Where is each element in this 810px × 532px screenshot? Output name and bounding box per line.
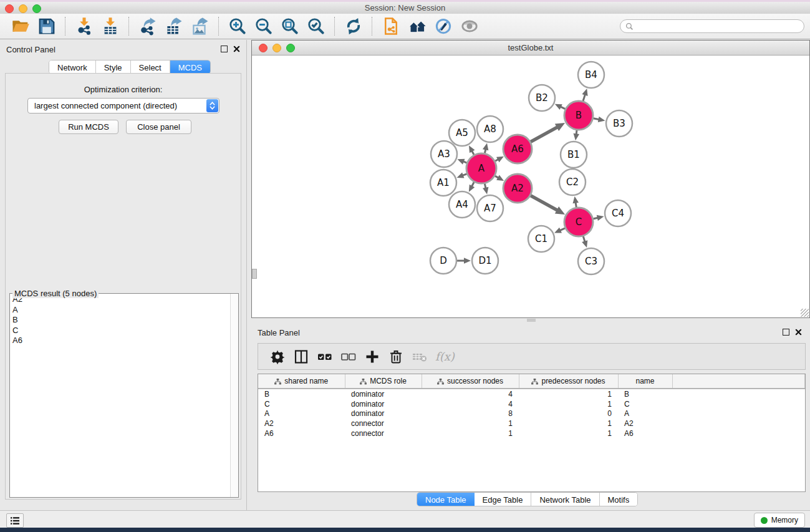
mcds-tab-content: Optimization criterion: largest connecte… bbox=[5, 73, 241, 500]
float-panel-icon[interactable] bbox=[221, 46, 228, 52]
column-header-predecessor-nodes[interactable]: predecessor nodes bbox=[519, 374, 618, 389]
node-label-A6: A6 bbox=[511, 143, 524, 155]
import-network-icon[interactable] bbox=[74, 16, 94, 36]
edge-A6-B[interactable] bbox=[531, 127, 558, 142]
close-panel-icon[interactable] bbox=[233, 46, 240, 52]
add-row-icon[interactable] bbox=[363, 347, 382, 366]
node-label-B: B bbox=[576, 110, 582, 121]
unselect-all-checkboxes-icon[interactable] bbox=[339, 347, 358, 366]
session-title: Session: New Session bbox=[0, 3, 810, 12]
tab-edge-table[interactable]: Edge Table bbox=[475, 493, 532, 506]
memory-label: Memory bbox=[771, 516, 798, 525]
node-label-A7: A7 bbox=[484, 203, 496, 214]
delete-table-icon[interactable] bbox=[410, 347, 429, 366]
dropdown-stepper-icon bbox=[206, 99, 218, 112]
node-table[interactable]: shared nameMCDS rolesuccessor nodesprede… bbox=[258, 374, 806, 492]
column-header-successor-nodes[interactable]: successor nodes bbox=[422, 374, 519, 389]
result-list-item[interactable]: A bbox=[12, 305, 231, 316]
search-field[interactable] bbox=[620, 19, 804, 33]
tab-mcds[interactable]: MCDS bbox=[170, 60, 210, 74]
column-header-MCDS-role[interactable]: MCDS role bbox=[345, 374, 422, 389]
toolbar-separator bbox=[334, 17, 335, 36]
toolbar-separator bbox=[218, 17, 219, 36]
open-network-file-icon[interactable] bbox=[381, 16, 401, 36]
node-label-A8: A8 bbox=[484, 123, 496, 135]
tab-node-table[interactable]: Node Table bbox=[417, 493, 475, 506]
node-label-A4: A4 bbox=[456, 199, 468, 210]
tab-network[interactable]: Network bbox=[49, 60, 96, 74]
result-scrollbar[interactable] bbox=[230, 294, 238, 497]
run-mcds-button[interactable]: Run MCDS bbox=[59, 120, 118, 134]
zoom-out-icon[interactable] bbox=[254, 16, 274, 36]
show-columns-icon[interactable] bbox=[292, 347, 311, 366]
function-builder-icon[interactable]: f(x) bbox=[435, 350, 455, 363]
result-list-item[interactable]: C bbox=[12, 326, 231, 336]
node-label-B3: B3 bbox=[613, 118, 625, 129]
vertical-scrollbar-thumb[interactable] bbox=[252, 269, 257, 279]
tab-motifs[interactable]: Motifs bbox=[600, 493, 638, 506]
refresh-icon[interactable] bbox=[344, 16, 364, 36]
main-toolbar bbox=[0, 14, 810, 39]
node-label-D1: D1 bbox=[478, 255, 491, 266]
show-graphics-details-icon[interactable] bbox=[460, 16, 480, 36]
tab-select[interactable]: Select bbox=[131, 60, 170, 74]
toolbar-separator bbox=[65, 17, 66, 36]
column-settings-gear-icon[interactable] bbox=[268, 347, 287, 366]
home-icon[interactable] bbox=[407, 16, 427, 36]
mcds-result-list[interactable]: A2ABCA6 bbox=[10, 294, 231, 496]
select-all-checkboxes-icon[interactable] bbox=[316, 347, 334, 366]
open-session-icon[interactable] bbox=[11, 16, 31, 36]
list-icon bbox=[10, 516, 20, 525]
table-row[interactable]: A2connector11A2 bbox=[258, 418, 805, 428]
result-list-item[interactable]: A6 bbox=[12, 336, 231, 346]
titlebar: Session: New Session bbox=[0, 2, 810, 14]
close-panel-button[interactable]: Close panel bbox=[126, 120, 191, 134]
desktop-background-bottom bbox=[0, 528, 810, 532]
arrowhead-icon bbox=[582, 240, 587, 248]
float-panel-icon[interactable] bbox=[783, 329, 789, 336]
export-table-icon[interactable] bbox=[164, 16, 184, 36]
import-table-icon[interactable] bbox=[100, 16, 120, 36]
table-panel-title: Table Panel bbox=[258, 328, 300, 337]
criterion-dropdown[interactable]: largest connected component (directed) bbox=[27, 98, 219, 114]
network-title: testGlobe.txt bbox=[252, 43, 809, 52]
network-window-titlebar[interactable]: testGlobe.txt bbox=[252, 41, 809, 56]
zoom-fit-icon[interactable] bbox=[280, 16, 300, 36]
status-bar: Memory bbox=[0, 510, 810, 528]
task-history-button[interactable] bbox=[6, 513, 24, 528]
zoom-in-icon[interactable] bbox=[228, 16, 248, 36]
table-row[interactable]: A6connector11A6 bbox=[258, 428, 805, 438]
tab-style[interactable]: Style bbox=[96, 60, 131, 74]
export-image-icon[interactable] bbox=[190, 16, 210, 36]
node-label-C1: C1 bbox=[535, 233, 547, 244]
table-row[interactable]: Bdominator41B bbox=[258, 389, 805, 399]
search-input[interactable] bbox=[637, 21, 804, 31]
node-label-C3: C3 bbox=[585, 256, 597, 267]
zoom-selected-icon[interactable] bbox=[306, 16, 326, 36]
table-row[interactable]: Adominator80A bbox=[258, 409, 805, 419]
arrowhead-icon bbox=[457, 173, 465, 178]
tab-network-table[interactable]: Network Table bbox=[531, 493, 599, 506]
edge-A2-C[interactable] bbox=[531, 196, 558, 211]
export-network-icon[interactable] bbox=[138, 16, 158, 36]
save-session-icon[interactable] bbox=[37, 16, 57, 36]
delete-row-trash-icon[interactable] bbox=[387, 347, 405, 366]
node-label-A1: A1 bbox=[437, 177, 450, 188]
control-panel: Control Panel NetworkStyleSelectMCDS Opt… bbox=[0, 40, 247, 510]
memory-button[interactable]: Memory bbox=[754, 513, 805, 528]
table-row[interactable]: Cdominator41C bbox=[258, 399, 805, 409]
column-header-shared-name[interactable]: shared name bbox=[258, 374, 345, 389]
hide-graphics-details-icon[interactable] bbox=[433, 16, 453, 36]
result-list-item[interactable]: B bbox=[12, 315, 231, 326]
network-graph[interactable]: B4B2BB3A8A5A6A3B1AC2A1A2A4A7C4CC1C3DD1 bbox=[252, 56, 809, 317]
toolbar-separator bbox=[128, 17, 130, 36]
network-canvas[interactable]: B4B2BB3A8A5A6A3B1AC2A1A2A4A7C4CC1C3DD1 bbox=[252, 56, 809, 317]
table-toolbar: f(x) bbox=[258, 343, 806, 370]
horizontal-scrollbar-thumb[interactable] bbox=[527, 319, 536, 322]
column-header-name[interactable]: name bbox=[618, 374, 672, 389]
table-panel-tabs: Node TableEdge TableNetwork TableMotifs bbox=[417, 492, 638, 506]
node-label-C2: C2 bbox=[566, 177, 579, 188]
arrowhead-icon bbox=[598, 117, 605, 122]
resize-grip-icon[interactable] bbox=[801, 309, 809, 317]
close-panel-icon[interactable] bbox=[795, 329, 802, 336]
